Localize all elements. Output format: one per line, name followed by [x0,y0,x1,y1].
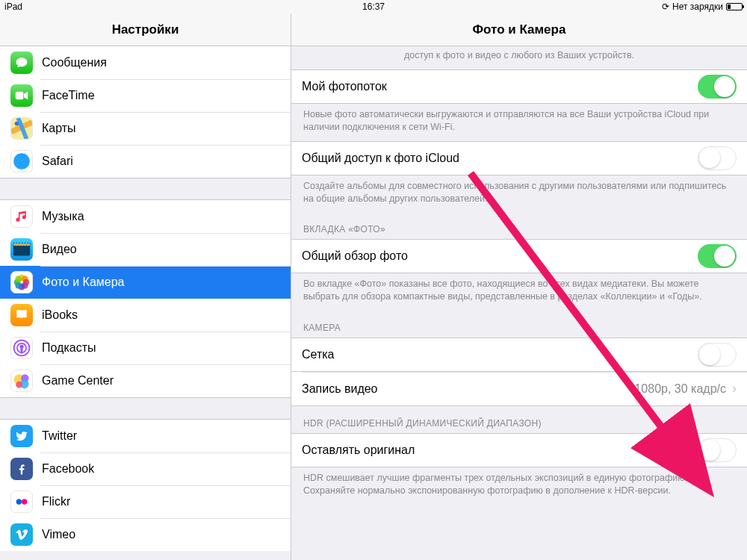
sidebar-item-music[interactable]: Музыка [0,200,291,233]
sidebar-item-label: Vimeo [42,528,75,541]
podcasts-icon [10,337,33,359]
sidebar-item-label: Flickr [42,495,70,508]
detail-pane: доступ к фото и видео с любого из Ваших … [291,46,747,560]
facebook-icon [10,458,33,480]
row-record-video[interactable]: Запись видео 1080p, 30 кадр/с › [291,372,747,406]
facetime-icon [10,84,33,107]
row-label: Сетка [302,348,698,361]
row-keep-original[interactable]: Оставлять оригинал [291,433,747,467]
sidebar-item-label: Фото и Камера [42,276,125,289]
sidebar-item-facetime[interactable]: FaceTime [0,79,291,112]
sidebar-item-photos[interactable]: Фото и Камера [0,266,291,299]
sidebar-item-video[interactable]: Видео [0,233,291,266]
status-bar: iPad 16:37 ⟳ Нет зарядки [0,0,747,13]
icloud-sharing-footer: Создайте альбомы для совместного использ… [291,175,747,213]
sidebar-item-vimeo[interactable]: Vimeo [0,518,291,551]
photo-overview-footer: Во вкладке «Фото» показаны все фото, нах… [291,273,747,311]
chevron-right-icon: › [732,381,737,396]
row-photostream[interactable]: Мой фотопоток [291,69,747,104]
charge-status: Нет зарядки [672,1,723,12]
row-label: Общий обзор фото [302,249,698,263]
row-photo-overview[interactable]: Общий обзор фото [291,239,747,273]
sidebar-item-label: Карты [42,122,76,135]
toggle-icloud-sharing[interactable] [698,146,737,170]
sidebar-item-label: Safari [42,155,73,168]
hdr-footer: HDR смешивает лучшие фрагменты трех отде… [291,467,747,505]
sidebar-item-label: Подкасты [42,341,96,355]
icloud-library-footer: доступ к фото и видео с любого из Ваших … [291,46,747,69]
sidebar-item-label: Музыка [42,210,84,223]
twitter-icon [10,425,33,447]
sidebar-item-flickr[interactable]: Flickr [0,485,291,518]
sidebar-item-gamecenter[interactable]: Game Center [0,364,291,397]
sidebar-item-podcasts[interactable]: Подкасты [0,332,291,364]
section-header-camera: КАМЕРА [291,311,747,337]
video-icon [10,238,33,261]
svg-point-2 [15,122,19,126]
gamecenter-icon [10,370,33,392]
sidebar-item-ibooks[interactable]: iBooks [0,299,291,332]
flickr-icon [10,491,33,513]
device-label: iPad [4,1,22,12]
svg-point-25 [16,499,22,504]
maps-icon [10,117,33,140]
sidebar-item-label: iBooks [42,308,78,322]
sidebar-item-label: FaceTime [42,89,95,102]
sidebar-item-label: Видео [42,243,77,256]
svg-point-20 [19,345,23,349]
sidebar-item-safari[interactable]: Safari [0,145,291,178]
battery-icon [726,3,743,10]
sidebar-item-messages[interactable]: Сообщения [0,46,291,79]
svg-point-24 [16,382,22,388]
sidebar-item-label: Facebook [42,462,94,476]
row-value: 1080p, 30 кадр/с [634,382,726,396]
sidebar-item-maps[interactable]: Карты [0,112,291,145]
sidebar-title: Настройки [0,13,291,46]
row-label: Общий доступ к фото iCloud [302,152,698,165]
row-icloud-sharing[interactable]: Общий доступ к фото iCloud [291,141,747,175]
photos-icon [10,271,33,293]
sidebar-item-facebook[interactable]: Facebook [0,452,291,485]
toggle-keep-original[interactable] [698,438,737,462]
detail-title: Фото и Камера [291,13,747,46]
music-icon [10,205,33,228]
ibooks-icon [10,304,33,326]
row-label: Оставлять оригинал [302,444,698,457]
clock: 16:37 [362,1,385,12]
vimeo-icon [10,523,33,546]
toggle-photostream[interactable] [698,75,737,99]
svg-rect-8 [13,243,30,246]
row-label: Мой фотопоток [302,80,698,93]
svg-point-26 [22,499,27,504]
toggle-grid[interactable] [698,343,737,367]
row-grid[interactable]: Сетка [291,337,747,372]
sidebar-item-label: Twitter [42,429,77,443]
sidebar: Сообщения FaceTime Карты Safari [0,46,291,560]
row-label: Запись видео [302,382,634,396]
safari-icon [10,150,33,172]
sidebar-item-label: Сообщения [42,56,107,69]
toggle-photo-overview[interactable] [698,244,737,268]
section-header-photo-tab: ВКЛАДКА «ФОТО» [291,212,747,239]
section-header-hdr: HDR (РАСШИРЕННЫЙ ДИНАМИЧЕСКИЙ ДИАПАЗОН) [291,406,747,433]
sidebar-item-label: Game Center [42,374,114,388]
svg-rect-0 [16,92,24,100]
svg-point-17 [15,276,22,282]
sync-icon: ⟳ [662,1,669,12]
photostream-footer: Новые фото автоматически выгружаются и о… [291,104,747,141]
sidebar-item-twitter[interactable]: Twitter [0,420,291,452]
messages-icon [10,52,33,74]
